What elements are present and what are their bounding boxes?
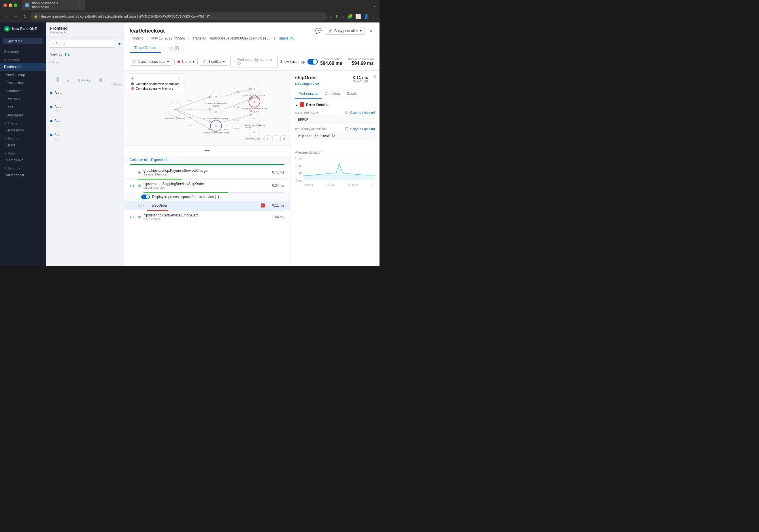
- sidebar-item-externals[interactable]: Externals: [0, 95, 46, 103]
- svg-text:1 call: 1 call: [234, 119, 239, 121]
- more-button[interactable]: •••: [124, 145, 290, 156]
- span-row-cart[interactable]: > 1 ⊕ hipstershop.CartService/EmptyCart …: [124, 211, 290, 224]
- close-detail-button[interactable]: ×: [368, 27, 374, 35]
- sidebar-browser-button[interactable]: ⬜: [355, 14, 361, 19]
- tab-details[interactable]: Details: [343, 89, 361, 99]
- span-details-close-button[interactable]: ×: [374, 74, 376, 79]
- collapse-all-button[interactable]: Collapse all: [130, 158, 147, 162]
- anomalous-legend-dot: [131, 82, 134, 85]
- x-label-740: 7:40am: [303, 184, 313, 187]
- span-timeline-header: [124, 164, 290, 166]
- error-filter-button[interactable]: 1 error ▾: [174, 58, 198, 65]
- search-input[interactable]: ⌕ Search: [49, 40, 115, 48]
- sidebar-section-triage[interactable]: ∨ Triage: [0, 119, 46, 126]
- close-window-button[interactable]: [3, 3, 7, 7]
- sidebar-section-settings[interactable]: ∨ Settings: [0, 164, 46, 171]
- span-row-shiporder[interactable]: </> shipOrder ! 0.11 ms: [124, 201, 290, 210]
- expand-all-button[interactable]: Expand all: [151, 158, 167, 162]
- tab-trace-details[interactable]: Trace Details: [130, 43, 161, 53]
- view-trace-button[interactable]: Tra...: [64, 53, 73, 57]
- view-by-label: View by: [50, 53, 62, 57]
- reload-button[interactable]: ↻: [22, 13, 28, 20]
- sidebar-item-alert-conditions[interactable]: Alert conditi...: [0, 171, 46, 179]
- list-item[interactable]: /ca... Fr...: [46, 102, 124, 116]
- sidebar-item-kubernetes[interactable]: Kubernetes: [0, 111, 46, 119]
- forward-button[interactable]: →: [13, 13, 20, 20]
- error-field-status-description: otel.status_description 📋 Copy to clipbo…: [295, 127, 375, 140]
- bookmark-button[interactable]: ☆: [341, 14, 345, 19]
- sidebar-item-distributed[interactable]: Distributed: [0, 63, 46, 71]
- active-tab[interactable]: N shippingservice < shippingser... ×: [22, 0, 85, 11]
- spans-link[interactable]: Spans: 45: [279, 36, 294, 40]
- zoom-in-button[interactable]: +: [264, 136, 271, 143]
- trace-duration-value: 594.69 ms: [320, 61, 342, 66]
- address-bar[interactable]: 🔒 https://one.newrelic.com/nr1-core/dist…: [30, 12, 327, 20]
- share-button[interactable]: ⬆: [335, 14, 339, 19]
- copy-status-desc-button[interactable]: 📋 Copy to clipboard: [345, 127, 375, 131]
- field-label: otel.status_code: [295, 111, 318, 114]
- sidebar-section-monitor[interactable]: ∨ Monitor: [0, 56, 46, 63]
- sidebar-logo: N New Relic ONE: [0, 22, 46, 35]
- chart-x-axis: 7:40am 7:50am 8:00am 8:1: [303, 184, 375, 187]
- new-tab-button[interactable]: +: [85, 2, 93, 8]
- list-item-service: Fr...: [55, 95, 120, 99]
- copy-permalink-button[interactable]: 🔗 Copy permalink ▾: [325, 27, 365, 35]
- sidebar-item-summary[interactable]: Summary: [0, 48, 46, 56]
- search-button[interactable]: ⌕: [330, 14, 333, 19]
- extensions-button[interactable]: 🧩: [347, 14, 353, 19]
- window-controls[interactable]: ⌄: [372, 3, 376, 8]
- trace-map-toggle[interactable]: [307, 59, 318, 64]
- svg-text:recommendationservice: recommendationservice: [204, 102, 228, 104]
- sidebar-item-logs[interactable]: Logs: [0, 103, 46, 111]
- sidebar-item-errors-inbox[interactable]: Errors inbox: [0, 126, 46, 134]
- view-toggle: View by Tra...: [46, 50, 124, 59]
- anomalous-span-filter-button[interactable]: ⬡ 1 anomalous span ▾: [130, 58, 172, 66]
- feedback-icon[interactable]: 💬: [315, 28, 322, 34]
- tab-performance[interactable]: Performance: [295, 89, 322, 99]
- entities-label: 8 entities ▾: [208, 60, 225, 64]
- detail-overlay: /cart/checkout 💬 🔗 Copy permalink ▾ × Fr…: [124, 22, 380, 266]
- zoom-out-button[interactable]: −: [272, 136, 279, 143]
- browser-chrome: N shippingservice < shippingser... × + ⌄…: [0, 0, 380, 22]
- list-item[interactable]: /ca... Fr...: [46, 130, 124, 144]
- sidebar-item-errors[interactable]: Errors: [0, 141, 46, 149]
- error-section-title[interactable]: ∨ ! Error Details: [295, 102, 375, 107]
- sidebar-item-service-map[interactable]: Service map: [0, 71, 46, 79]
- minimize-window-button[interactable]: [9, 3, 12, 7]
- entities-filter-button[interactable]: ⬡ 8 entities ▾: [200, 58, 228, 66]
- sidebar-item-transactions[interactable]: Transactions: [0, 79, 46, 87]
- tab-logs[interactable]: Logs (2): [161, 43, 184, 53]
- sidebar-item-databases[interactable]: Databases: [0, 87, 46, 95]
- span-expand-icon[interactable]: > 1: [130, 215, 136, 219]
- span-details-header: shipOrder shippingservice 0.11 ms DURATI…: [291, 71, 380, 89]
- span-row-payment[interactable]: ⊕ grpc.hipstershop.PaymentService/Charge…: [124, 166, 290, 179]
- copy-status-code-button[interactable]: 📋 Copy to clipboard: [345, 110, 375, 114]
- span-search-box[interactable]: ⌕ Find spans by name or ID: [230, 56, 278, 67]
- svg-text:⊕: ⊕: [215, 125, 217, 127]
- list-item[interactable]: /ca... Fr...: [46, 116, 124, 130]
- tab-close-button[interactable]: ×: [78, 3, 82, 7]
- svg-text:⊕: ⊕: [253, 131, 255, 134]
- filter-dropdown-button[interactable]: ▾: [118, 41, 121, 47]
- profile-button[interactable]: 👤: [363, 14, 369, 19]
- spans-count: Spans: 45: [279, 36, 294, 40]
- sidebar-section-events[interactable]: ∨ Events: [0, 134, 46, 141]
- tab-attributes[interactable]: Attributes: [322, 89, 343, 99]
- section-label: Data: [8, 151, 15, 155]
- back-button[interactable]: ←: [3, 13, 10, 20]
- browser-titlebar: N shippingservice < shippingser... × + ⌄: [0, 0, 380, 10]
- legend-close-button[interactable]: ×: [179, 77, 180, 80]
- span-row-shipping[interactable]: ∨ 1 ⊕ hipstershop.ShippingService/ShipOr…: [124, 180, 290, 192]
- menu-button[interactable]: ⋮: [372, 14, 376, 19]
- explorer-button[interactable]: Explorer ▾ /: [3, 38, 43, 44]
- fit-button[interactable]: ⤢: [280, 136, 287, 143]
- trace-duration-item: Trace duration 594.69 ms: [320, 57, 342, 66]
- list-item[interactable]: /ca... Fr...: [46, 88, 124, 102]
- span-collapse-icon[interactable]: ∨ 1: [130, 184, 136, 187]
- timeline-time-label: 4:45pm: [49, 83, 121, 86]
- sidebar-section-data[interactable]: ∨ Data: [0, 149, 46, 156]
- inprocess-toggle[interactable]: [141, 194, 150, 199]
- x-label-800: 8:00am: [348, 184, 358, 187]
- sidebar-item-metrics[interactable]: Metrics exp.: [0, 156, 46, 164]
- maximize-window-button[interactable]: [14, 3, 17, 7]
